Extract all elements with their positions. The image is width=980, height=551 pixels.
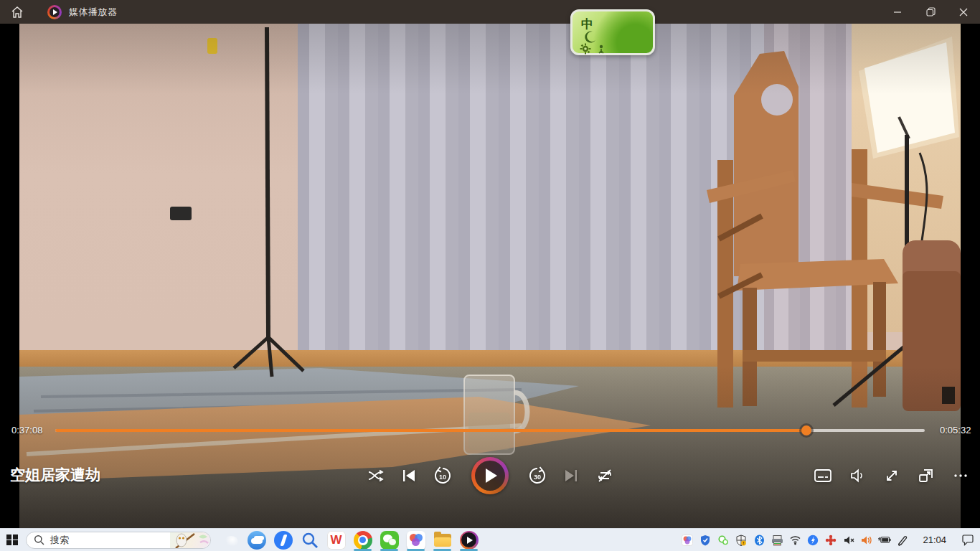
- notification-center-button[interactable]: [958, 529, 977, 551]
- taskbar-app-cloud[interactable]: [243, 529, 270, 551]
- taskbar-app-venn[interactable]: [402, 529, 429, 551]
- taskbar-app-flash[interactable]: [270, 529, 296, 551]
- tray-defender-alert[interactable]: !: [735, 534, 748, 547]
- shuffle-button[interactable]: [366, 466, 385, 485]
- taskbar-app-edge[interactable]: [217, 529, 243, 551]
- more-options-icon: [953, 468, 969, 484]
- tray-wechat[interactable]: [717, 534, 730, 547]
- close-button[interactable]: [947, 0, 980, 24]
- volume-orange-icon: [861, 534, 873, 546]
- taskbar-app-wechat[interactable]: [376, 529, 402, 551]
- venn-app-icon: [682, 534, 693, 546]
- tray-antivirus-cluster[interactable]: [824, 534, 837, 547]
- captions-button[interactable]: [814, 466, 832, 485]
- ime-widget[interactable]: 中: [570, 9, 655, 55]
- tray-wifi[interactable]: [788, 534, 801, 547]
- shuffle-icon: [367, 467, 384, 484]
- minimize-button[interactable]: [881, 0, 914, 24]
- tray-battery[interactable]: [878, 534, 891, 547]
- play-icon: [486, 468, 497, 483]
- previous-button[interactable]: [400, 466, 418, 485]
- search-icon: [34, 534, 44, 545]
- mini-player-icon: [917, 466, 936, 485]
- chrome-icon: [354, 531, 372, 550]
- previous-icon: [401, 468, 417, 484]
- center-controls: 10 30: [366, 452, 614, 499]
- elapsed-time: 0:37:08: [11, 425, 42, 435]
- volume-muted-icon: [843, 534, 854, 546]
- svg-text:!: !: [743, 541, 745, 545]
- skip-back-10-button[interactable]: 10: [433, 466, 452, 485]
- bluetooth-icon: [754, 534, 765, 546]
- titlebar: 媒体播放器: [0, 0, 980, 24]
- pinned-apps: W: [217, 529, 482, 551]
- notification-bubble-icon: [961, 534, 974, 546]
- mini-player-button[interactable]: [917, 466, 936, 485]
- edge-icon: [221, 531, 240, 550]
- more-options-button[interactable]: [951, 466, 970, 485]
- start-button[interactable]: [0, 529, 24, 551]
- running-indicator: [460, 549, 478, 551]
- captions-icon: [814, 466, 832, 485]
- seek-row: 0:37:08 0:05:32: [0, 424, 980, 438]
- repeat-off-button[interactable]: [595, 466, 614, 485]
- skip-back-label: 10: [439, 474, 446, 481]
- next-icon: [563, 468, 579, 484]
- restore-button[interactable]: [914, 0, 947, 24]
- media-player-logo-icon: [47, 5, 62, 19]
- wechat-icon: [717, 534, 729, 546]
- tray-volume-muted[interactable]: [842, 534, 855, 547]
- running-indicator: [407, 549, 425, 551]
- system-tray: !: [681, 529, 980, 551]
- taskbar-app-explorer[interactable]: [429, 529, 456, 551]
- pen-icon: [897, 534, 908, 546]
- tray-volume-orange[interactable]: [860, 534, 873, 547]
- play-button[interactable]: [471, 457, 509, 494]
- running-indicator: [433, 549, 451, 551]
- search-highlight-image[interactable]: [170, 532, 210, 548]
- minimize-icon: [893, 8, 902, 17]
- fullscreen-icon: [883, 467, 900, 484]
- tray-flash[interactable]: [806, 534, 819, 547]
- taskbar-clock[interactable]: 21:04: [923, 534, 946, 545]
- owl-image-icon: [170, 532, 210, 548]
- video-title: 空姐居家遭劫: [10, 465, 100, 485]
- security-shield-icon: [699, 534, 711, 546]
- home-button[interactable]: [0, 0, 34, 24]
- next-button[interactable]: [562, 466, 580, 485]
- tray-security-shield[interactable]: [699, 534, 712, 547]
- tray-pen[interactable]: [896, 534, 909, 547]
- taskbar-app-chrome[interactable]: [349, 529, 376, 551]
- running-indicator: [354, 549, 372, 551]
- flash-app-icon: [274, 531, 293, 550]
- seek-bar[interactable]: [55, 429, 925, 432]
- close-icon: [959, 8, 968, 17]
- media-player-icon: [460, 531, 479, 550]
- moon-icon[interactable]: [584, 30, 597, 43]
- tray-printer[interactable]: [771, 534, 783, 547]
- volume-icon: [849, 467, 866, 484]
- cloud-app-icon: [248, 531, 266, 550]
- search-tool-icon: [301, 532, 319, 549]
- taskbar-app-wps[interactable]: W: [323, 529, 349, 551]
- defender-alert-icon: !: [735, 534, 747, 546]
- taskbar-app-media-player[interactable]: [456, 529, 482, 551]
- wps-icon: W: [327, 531, 346, 550]
- flash-app-icon: [807, 534, 819, 546]
- seek-thumb[interactable]: [801, 425, 811, 435]
- venn-app-icon: [407, 531, 425, 550]
- file-explorer-icon: [433, 531, 452, 550]
- windows-logo-icon: [6, 534, 18, 546]
- search-box[interactable]: 搜索: [26, 532, 211, 549]
- volume-button[interactable]: [848, 466, 867, 485]
- taskbar: 搜索: [0, 528, 980, 551]
- person-help-icon[interactable]: [597, 44, 606, 55]
- tray-bluetooth[interactable]: [753, 534, 765, 547]
- gear-icon[interactable]: [580, 43, 591, 55]
- fullscreen-button[interactable]: [882, 466, 901, 485]
- skip-forward-30-button[interactable]: 30: [528, 466, 547, 485]
- tray-venn-app[interactable]: [681, 534, 694, 547]
- wifi-icon: [789, 534, 801, 545]
- battery-charging-icon: [878, 535, 891, 545]
- taskbar-app-search-tool[interactable]: [296, 529, 323, 551]
